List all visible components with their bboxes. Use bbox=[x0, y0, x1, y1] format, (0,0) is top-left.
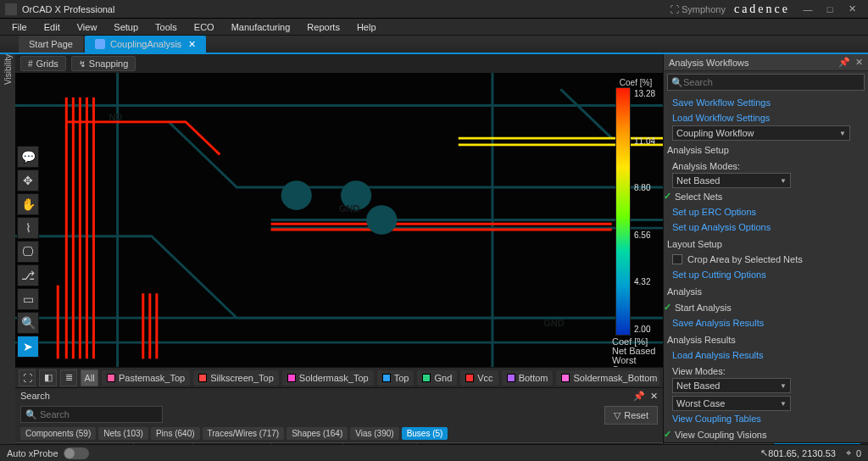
layer-chip[interactable]: Bottom bbox=[502, 370, 554, 386]
analysis-workflows-panel: Analysis Workflows 📌 ✕ 🔍 Save Workflow S… bbox=[663, 54, 868, 461]
menu-help[interactable]: Help bbox=[348, 20, 385, 34]
menu-bar: File Edit View Setup Tools ECO Manufactu… bbox=[0, 19, 868, 36]
chat-icon[interactable]: 💬 bbox=[17, 146, 39, 168]
layer-stack-button[interactable]: ≣ bbox=[60, 369, 77, 386]
route-icon[interactable]: ⌇ bbox=[17, 217, 39, 239]
search-icon: 🔍 bbox=[671, 77, 683, 88]
layer-chip[interactable]: Pastemask_Top bbox=[102, 370, 190, 386]
reset-label: Reset bbox=[624, 410, 648, 420]
grids-button[interactable]: #Grids bbox=[20, 56, 66, 71]
viewmode2-value: Worst Case bbox=[676, 398, 725, 408]
app-icon bbox=[5, 3, 17, 15]
visibility-rail[interactable]: Visibility bbox=[0, 54, 15, 461]
load-results-link[interactable]: Load Analysis Results bbox=[672, 347, 860, 363]
filter-icon: ▽ bbox=[614, 410, 620, 421]
autoxprobe-label: Auto xProbe bbox=[7, 448, 58, 458]
analysis-mode-select[interactable]: Net Based bbox=[672, 173, 791, 188]
pin-icon[interactable]: 📌 bbox=[838, 57, 850, 68]
grid-icon: # bbox=[28, 59, 33, 69]
close-icon[interactable]: ✕ bbox=[650, 391, 658, 402]
check-icon: ✓ bbox=[664, 302, 671, 313]
tab-coupling-analysis[interactable]: CouplingAnalysis ✕ bbox=[85, 36, 206, 53]
load-workflow-link[interactable]: Load Workflow Settings bbox=[672, 110, 860, 125]
snapping-button[interactable]: ↯Snapping bbox=[71, 56, 136, 71]
title-bar: OrCAD X Professional Symphony cadence — … bbox=[0, 0, 868, 19]
snap-icon: ↯ bbox=[79, 59, 86, 69]
pin-icon[interactable]: 📌 bbox=[633, 391, 645, 402]
viewmode1-select[interactable]: Net Based bbox=[672, 378, 791, 393]
menu-eco[interactable]: ECO bbox=[186, 20, 223, 34]
menu-reports[interactable]: Reports bbox=[298, 20, 348, 34]
layer-chip[interactable]: Vcc bbox=[460, 370, 498, 386]
svg-text:ND: ND bbox=[109, 112, 123, 122]
hand-icon[interactable]: ✋ bbox=[17, 193, 39, 215]
filter-chip[interactable]: Traces/Wires (717) bbox=[203, 427, 285, 440]
tool-palette: 💬 ✥ ✋ ⌇ 🖵 ⎇ ▭ 🔍 ➤ bbox=[17, 146, 39, 358]
workflow-search-input[interactable] bbox=[667, 74, 865, 91]
pcb-canvas[interactable]: GND GND ND Coef [%] 13.28 11.04 8.80 6.5… bbox=[15, 73, 663, 367]
reset-button[interactable]: ▽Reset bbox=[604, 406, 658, 425]
layer-chip[interactable]: Gnd bbox=[417, 370, 457, 386]
leaf-icon[interactable]: ⎇ bbox=[17, 264, 39, 286]
cutting-options-link[interactable]: Set up Cutting Options bbox=[672, 267, 860, 282]
menu-manufacturing[interactable]: Manufacturing bbox=[223, 20, 299, 34]
close-button[interactable]: ✕ bbox=[841, 3, 863, 14]
rect-icon[interactable]: ▭ bbox=[17, 288, 39, 310]
filter-chip[interactable]: Buses (5) bbox=[402, 427, 448, 440]
erc-options-link[interactable]: Set up ERC Options bbox=[672, 204, 860, 219]
start-analysis-link[interactable]: ✓Start Analysis bbox=[672, 299, 860, 315]
symphony-label[interactable]: Symphony bbox=[670, 4, 726, 14]
svg-text:GND: GND bbox=[543, 318, 565, 328]
close-icon[interactable]: ✕ bbox=[855, 57, 863, 68]
modes-label: Analysis Modes: bbox=[672, 158, 860, 173]
tab-close-icon[interactable]: ✕ bbox=[188, 39, 196, 50]
menu-file[interactable]: File bbox=[3, 20, 36, 34]
analysis-options-link[interactable]: Set up Analysis Options bbox=[672, 219, 860, 235]
workflow-select[interactable]: Coupling Workflow bbox=[672, 125, 850, 141]
status-zero: 0 bbox=[856, 448, 861, 458]
layer-all-button[interactable]: All bbox=[81, 369, 97, 386]
layer-chip[interactable]: Soldermask_Top bbox=[282, 370, 374, 386]
filter-chip[interactable]: Nets (103) bbox=[98, 427, 148, 440]
check-icon: ✓ bbox=[664, 191, 671, 202]
layer-chip[interactable]: Silkscreen_Top bbox=[193, 370, 279, 386]
filter-chip[interactable]: Components (59) bbox=[20, 427, 96, 440]
tab-active-label: CouplingAnalysis bbox=[110, 39, 181, 49]
colorbar-footer: Coef [%] Net Based Worst Case bbox=[612, 336, 659, 367]
view-tables-link[interactable]: View Coupling Tables bbox=[672, 411, 860, 426]
autoxprobe-toggle[interactable] bbox=[64, 447, 89, 459]
search-input[interactable] bbox=[20, 406, 163, 423]
svg-point-0 bbox=[281, 181, 312, 210]
menu-tools[interactable]: Tools bbox=[147, 20, 186, 34]
move-icon[interactable]: ✥ bbox=[17, 169, 39, 192]
maximize-button[interactable]: □ bbox=[819, 4, 841, 14]
layer-view-button[interactable]: ⛶ bbox=[19, 369, 36, 386]
tick: 11.04 bbox=[634, 136, 659, 146]
brand-logo: cadence bbox=[734, 3, 790, 16]
screen-icon[interactable]: 🖵 bbox=[17, 241, 39, 263]
save-results-link[interactable]: Save Analysis Results bbox=[672, 315, 860, 330]
tab-start-page[interactable]: Start Page bbox=[19, 36, 83, 53]
save-workflow-link[interactable]: Save Workflow Settings bbox=[672, 95, 860, 110]
menu-edit[interactable]: Edit bbox=[36, 20, 69, 34]
section-results: Analysis Results bbox=[667, 330, 860, 347]
filter-chip[interactable]: Pins (640) bbox=[151, 427, 200, 440]
layer-chip[interactable]: Soldermask_Bottom bbox=[556, 370, 659, 386]
menu-view[interactable]: View bbox=[69, 20, 106, 34]
filter-chip[interactable]: Vias (390) bbox=[350, 427, 398, 440]
crop-area-checkbox[interactable]: Crop Area by Selected Nets bbox=[672, 252, 860, 267]
cursor-icon: ⌖ bbox=[846, 447, 851, 458]
minimize-button[interactable]: — bbox=[797, 4, 819, 14]
layer-split-button[interactable]: ◧ bbox=[39, 369, 56, 386]
zoom-icon[interactable]: 🔍 bbox=[17, 312, 39, 334]
filter-chip[interactable]: Shapes (164) bbox=[287, 427, 348, 440]
viewmode2-select[interactable]: Worst Case bbox=[672, 396, 791, 411]
select-icon[interactable]: ➤ bbox=[17, 336, 39, 358]
colorbar-gradient bbox=[615, 87, 631, 336]
tick: 13.28 bbox=[634, 89, 659, 98]
view-visions-link[interactable]: ✓View Coupling Visions bbox=[672, 426, 860, 442]
document-tabs: Start Page CouplingAnalysis ✕ bbox=[0, 36, 868, 54]
layer-chip[interactable]: Top bbox=[377, 370, 415, 386]
select-nets-link[interactable]: ✓Select Nets bbox=[672, 188, 860, 204]
menu-setup[interactable]: Setup bbox=[105, 20, 147, 34]
